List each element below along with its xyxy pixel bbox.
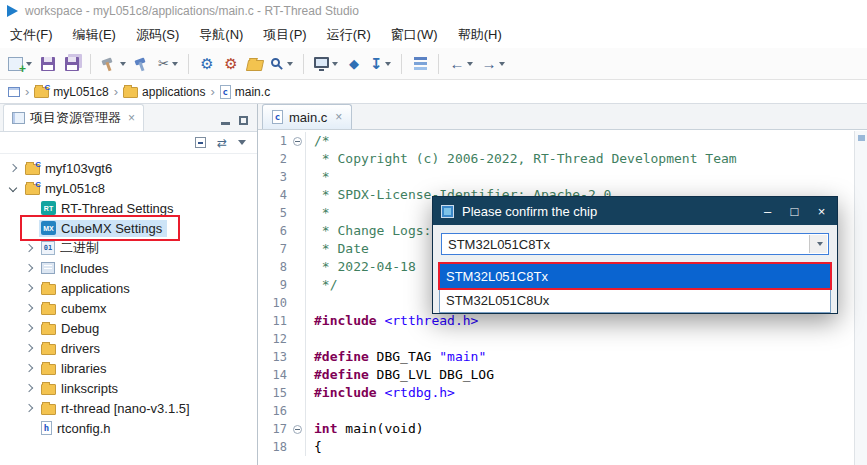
chevron-down-icon <box>26 62 32 66</box>
view-menu-icon[interactable] <box>238 140 246 145</box>
save-button[interactable] <box>37 52 59 76</box>
tree-expand-arrow[interactable] <box>6 165 20 171</box>
dialog-title-bar[interactable]: Please confirm the chip – □ × <box>433 197 837 225</box>
tree-item-label: myf103vgt6 <box>45 161 112 176</box>
terminal-button[interactable] <box>311 52 341 76</box>
tree-expand-arrow[interactable] <box>22 265 36 271</box>
close-icon[interactable]: × <box>128 111 135 125</box>
line-number: 11 <box>258 312 290 330</box>
debug-config-button[interactable]: ⚙ <box>196 52 218 76</box>
build-all-button[interactable] <box>131 52 153 76</box>
packages-button[interactable]: ◆ <box>343 52 365 76</box>
chevron-icon <box>25 304 33 312</box>
tab-main-c[interactable]: c main.c × <box>262 104 352 129</box>
breadcrumb-item[interactable]: cmain.c <box>220 85 270 99</box>
menu-item[interactable]: 导航(N) <box>199 26 243 44</box>
tree-item-includes[interactable]: Includes <box>0 258 257 278</box>
download-button[interactable]: ↧ <box>367 52 395 76</box>
line-number: 8 <box>258 258 290 276</box>
tree-item-debug-folder[interactable]: Debug <box>0 318 257 338</box>
chevron-icon <box>25 344 33 352</box>
chevron-icon <box>25 284 33 292</box>
chevron-down-icon[interactable] <box>809 235 827 253</box>
maximize-view-icon[interactable] <box>239 116 248 125</box>
project-explorer-icon <box>12 112 25 124</box>
menu-item[interactable]: 项目(P) <box>263 26 306 44</box>
debug-view-button[interactable] <box>409 52 431 76</box>
tree-item-content: applications <box>39 280 135 297</box>
save-all-button[interactable] <box>61 52 83 76</box>
tree-item-content: drivers <box>39 340 105 357</box>
build-button[interactable] <box>98 52 129 76</box>
cfile-icon: c <box>220 85 231 99</box>
tree-item-content: libraries <box>39 360 112 377</box>
chevron-right-icon: › <box>25 84 29 99</box>
dialog-close-button[interactable]: × <box>808 197 835 225</box>
fold-collapse-icon[interactable] <box>293 425 302 434</box>
title-bar: workspace - myL051c8/applications/main.c… <box>0 0 867 22</box>
fold-column <box>290 186 306 204</box>
tree-item-rt-thread-settings[interactable]: RTRT-Thread Settings <box>0 198 257 218</box>
chip-option-stm32l051c8ux[interactable]: STM32L051C8Ux <box>440 288 830 312</box>
chevron-icon <box>25 324 33 332</box>
tree-item-project-myf103vgt6[interactable]: myf103vgt6 <box>0 158 257 178</box>
menu-item[interactable]: 运行(R) <box>327 26 371 44</box>
tree-expand-arrow[interactable] <box>22 365 36 371</box>
fold-column <box>290 276 306 294</box>
tree-item-content: cubemx <box>39 300 112 317</box>
code-text: #include <rtthread.h> <box>312 312 478 330</box>
link-editor-icon[interactable]: ⇄ <box>217 136 227 150</box>
tab-project-explorer[interactable]: 项目资源管理器 × <box>3 104 144 131</box>
fold-column[interactable] <box>290 132 306 150</box>
tree-expand-arrow[interactable] <box>22 285 36 291</box>
breadcrumb-item[interactable]: myL051c8 <box>34 85 108 99</box>
line-number: 10 <box>258 294 290 312</box>
close-icon[interactable]: × <box>335 110 342 124</box>
tree-item-rt-thread-nano[interactable]: rt-thread [nano-v3.1.5] <box>0 398 257 418</box>
tree-expand-arrow[interactable] <box>22 405 36 411</box>
breadcrumb-item[interactable] <box>8 87 20 97</box>
dialog-minimize-button[interactable]: – <box>754 197 781 225</box>
includes-icon <box>41 262 55 274</box>
open-resource-button[interactable] <box>244 52 266 76</box>
chip-option-stm32l051c8tx[interactable]: STM32L051C8Tx <box>440 264 830 288</box>
menu-item[interactable]: 帮助(H) <box>458 26 502 44</box>
run-config-button[interactable]: ⚙ <box>220 52 242 76</box>
menu-item[interactable]: 窗口(W) <box>391 26 438 44</box>
search-button[interactable] <box>268 52 296 76</box>
tree-item-rtconfig-h[interactable]: hrtconfig.h <box>0 418 257 438</box>
line-number: 1 <box>258 132 290 150</box>
tree-item-cubemx-settings[interactable]: MXCubeMX Settings <box>0 218 257 238</box>
code-text: int main(void) <box>312 420 424 438</box>
minimize-view-icon[interactable] <box>221 122 230 125</box>
code-line: 13#define DBG_TAG "main" <box>258 348 851 366</box>
tree-item-project-myl051c8[interactable]: myL051c8 <box>0 178 257 198</box>
fold-column[interactable] <box>290 420 306 438</box>
breadcrumb-item[interactable]: applications <box>123 85 205 99</box>
chip-combobox[interactable]: STM32L051C8Tx <box>441 233 829 255</box>
collapse-all-icon[interactable] <box>195 137 206 148</box>
tree-expand-arrow[interactable] <box>22 385 36 391</box>
line-number: 17 <box>258 420 290 438</box>
new-wizard-button[interactable] <box>5 52 35 76</box>
overview-ruler[interactable] <box>854 131 867 465</box>
tree-item-libraries-folder[interactable]: libraries <box>0 358 257 378</box>
menu-item[interactable]: 编辑(E) <box>73 26 116 44</box>
tree-item-applications-folder[interactable]: applications <box>0 278 257 298</box>
tree-expand-arrow[interactable] <box>22 245 36 251</box>
tree-expand-arrow[interactable] <box>6 185 20 191</box>
tree-item-linkscripts-folder[interactable]: linkscripts <box>0 378 257 398</box>
menu-item[interactable]: 文件(F) <box>10 26 53 44</box>
menu-item[interactable]: 源码(S) <box>136 26 179 44</box>
tree-item-drivers-folder[interactable]: drivers <box>0 338 257 358</box>
clean-build-button[interactable]: ✂ <box>155 52 181 76</box>
fold-collapse-icon[interactable] <box>293 137 302 146</box>
dialog-maximize-button[interactable]: □ <box>781 197 808 225</box>
tree-item-binary-folder[interactable]: 01二进制 <box>0 238 257 258</box>
tree-expand-arrow[interactable] <box>22 325 36 331</box>
tree-item-cubemx-folder[interactable]: cubemx <box>0 298 257 318</box>
tree-expand-arrow[interactable] <box>22 305 36 311</box>
forward-button[interactable]: → <box>478 52 508 76</box>
back-button[interactable]: ← <box>446 52 476 76</box>
tree-expand-arrow[interactable] <box>22 345 36 351</box>
